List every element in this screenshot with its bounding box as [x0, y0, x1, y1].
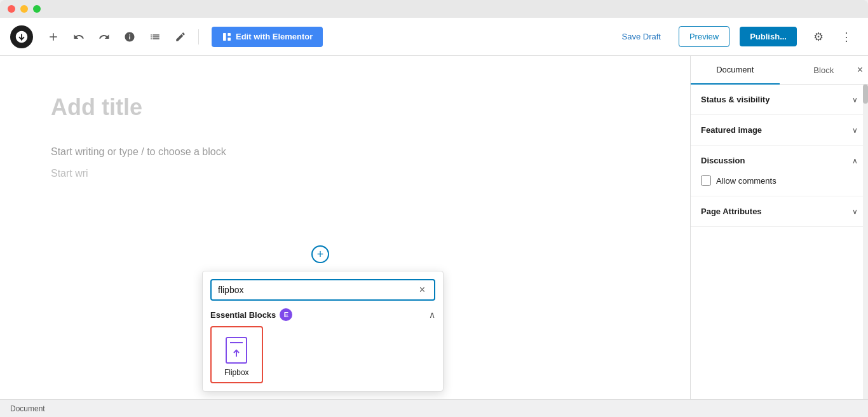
block-search-bar: ×	[210, 279, 435, 301]
minimize-window-btn[interactable]	[20, 5, 28, 13]
toolbar: Edit with Elementor Save Draft Preview P…	[0, 18, 868, 56]
status-visibility-section: Status & visibility ∨	[691, 85, 868, 115]
block-inserter-popup: × Essential Blocks E ∧	[202, 271, 444, 392]
svg-rect-2	[227, 38, 231, 41]
discussion-header[interactable]: Discussion ∧	[691, 146, 868, 175]
sidebar-close-button[interactable]: ×	[857, 64, 863, 76]
featured-image-title: Featured image	[701, 125, 762, 135]
block-search-input[interactable]	[218, 285, 417, 295]
writing-placeholder2: Start wri	[51, 168, 639, 179]
page-attributes-title: Page Attributes	[701, 207, 762, 216]
featured-image-toggle[interactable]: ∨	[852, 126, 858, 135]
add-block-button[interactable]	[43, 27, 64, 47]
toolbar-separator	[198, 29, 199, 44]
maximize-window-btn[interactable]	[33, 5, 41, 13]
status-bar: Document	[0, 399, 868, 417]
settings-button[interactable]: ⚙	[807, 25, 830, 48]
status-visibility-header[interactable]: Status & visibility ∨	[691, 85, 868, 114]
block-grid: Flipbox	[210, 326, 435, 383]
save-draft-button[interactable]: Save Draft	[614, 27, 668, 46]
edit-with-elementor-button[interactable]: Edit with Elementor	[212, 27, 323, 47]
essential-blocks-section: Essential Blocks E ∧	[203, 308, 443, 391]
tools-button[interactable]	[170, 27, 191, 47]
content-area: Add title Start writing or type / to cho…	[0, 56, 868, 399]
scrollbar-thumb[interactable]	[863, 85, 868, 104]
publish-button[interactable]: Publish...	[740, 27, 797, 46]
section-title-text: Essential Blocks	[210, 310, 276, 320]
preview-button[interactable]: Preview	[679, 26, 729, 47]
scrollbar-track[interactable]	[863, 85, 868, 399]
more-options-button[interactable]: ⋮	[835, 25, 858, 48]
section-collapse-button[interactable]: ∧	[429, 310, 435, 320]
status-visibility-title: Status & visibility	[701, 95, 770, 104]
sidebar-tabs: Document Block ×	[691, 56, 868, 85]
right-sidebar: Document Block × Status & visibility ∨	[690, 56, 868, 399]
wp-logo	[10, 25, 33, 48]
info-button[interactable]	[119, 27, 140, 47]
edit-elementor-label: Edit with Elementor	[236, 32, 313, 41]
allow-comments-row: Allow comments	[701, 175, 858, 186]
featured-image-section: Featured image ∨	[691, 115, 868, 146]
status-text: Document	[10, 404, 45, 413]
flipbox-block-item[interactable]: Flipbox	[210, 326, 263, 383]
tab-block[interactable]: Block	[780, 56, 869, 84]
svg-rect-0	[223, 33, 226, 41]
discussion-title: Discussion	[701, 156, 745, 165]
writing-placeholder[interactable]: Start writing or type / to choose a bloc…	[51, 146, 639, 158]
list-view-button[interactable]	[145, 27, 165, 47]
titlebar	[0, 0, 868, 18]
add-block-plus-circle[interactable]: +	[311, 245, 329, 263]
status-visibility-toggle[interactable]: ∨	[852, 95, 858, 104]
allow-comments-label: Allow comments	[716, 176, 776, 186]
discussion-content: Allow comments	[691, 175, 868, 196]
tab-document[interactable]: Document	[691, 56, 780, 85]
undo-button[interactable]	[69, 27, 89, 47]
section-header: Essential Blocks E ∧	[210, 308, 435, 321]
page-attributes-section: Page Attributes ∨	[691, 196, 868, 227]
discussion-section: Discussion ∧ Allow comments	[691, 146, 868, 196]
page-attributes-toggle[interactable]: ∨	[852, 207, 858, 216]
search-clear-button[interactable]: ×	[417, 284, 428, 296]
close-window-btn[interactable]	[8, 5, 15, 13]
title-placeholder[interactable]: Add title	[51, 94, 639, 121]
discussion-toggle[interactable]: ∧	[852, 156, 858, 165]
app-container: Edit with Elementor Save Draft Preview P…	[0, 18, 868, 417]
featured-image-header[interactable]: Featured image ∨	[691, 115, 868, 145]
essential-badge: E	[280, 308, 292, 321]
editor-area: Add title Start writing or type / to cho…	[0, 56, 690, 399]
svg-rect-1	[227, 33, 231, 36]
flipbox-label: Flipbox	[224, 368, 249, 377]
flipbox-icon	[224, 338, 249, 363]
redo-button[interactable]	[94, 27, 114, 47]
allow-comments-checkbox[interactable]	[701, 175, 711, 186]
sidebar-scroll[interactable]: Status & visibility ∨ Featured image ∨ D…	[691, 85, 868, 399]
page-attributes-header[interactable]: Page Attributes ∨	[691, 196, 868, 226]
section-title: Essential Blocks E	[210, 308, 292, 321]
